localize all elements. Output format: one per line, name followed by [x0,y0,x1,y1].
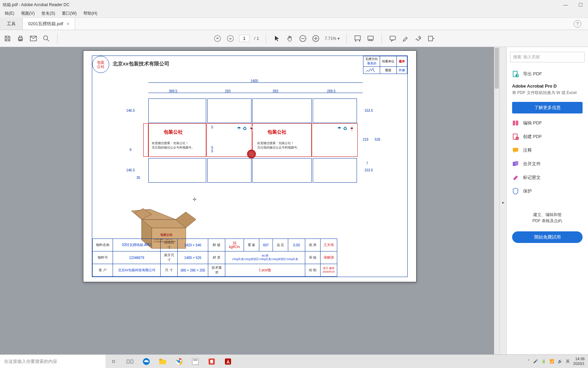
svg-rect-39 [127,360,129,363]
menu-sign[interactable]: 签名(S) [38,11,59,16]
page-input[interactable] [239,35,249,42]
menu-help[interactable]: 帮助(H) [80,11,101,16]
svg-point-45 [178,360,180,363]
handling-symbols-icon: ☂ ♻ 🍷 [237,126,254,131]
svg-rect-49 [210,360,213,363]
save-icon[interactable] [3,34,12,43]
sidebar-item-redact[interactable]: 标记密文 [507,171,588,184]
page-up-icon[interactable] [213,34,222,43]
comment-sidebar-icon [512,147,519,154]
comment-icon[interactable] [389,34,397,43]
chrome-icon[interactable] [171,355,187,368]
zoom-in-icon[interactable] [312,34,320,43]
acrobat-icon[interactable] [220,355,236,368]
select-tool-icon[interactable] [273,34,281,43]
app-icon[interactable] [187,355,203,368]
more-tools-icon[interactable] [427,34,436,43]
sidebar-item-combine[interactable]: 合并文件 [507,157,588,171]
sidebar: 搜索 '插入页面' 导出 PDF Adobe Acrobat Pro D 将 P… [506,47,588,358]
window-title: 纸箱.pdf - Adobe Acrobat Reader DC [3,2,69,8]
menu-bar: 辑(E) 视图(V) 签名(S) 窗口(W) 帮助(H) [0,10,588,18]
tab-tools[interactable]: 工具 [0,18,23,30]
sidebar-pro-title: Adobe Acrobat Pro D [507,81,588,90]
help-icon[interactable]: ? [574,20,581,28]
tab-close-icon[interactable]: × [67,21,69,27]
svg-rect-18 [390,36,395,40]
sidebar-item-comment[interactable]: 注释 [507,143,588,157]
sidebar-item-export[interactable]: 导出 PDF [507,67,588,81]
tab-file[interactable]: 0201瓦楞纸箱.pdf × [23,18,75,30]
cortana-icon[interactable]: ○ [105,355,122,368]
page-total: / 1 [254,36,259,41]
document-area[interactable]: 包装公社 北京xx包装技术有限公司 瓦楞方向垂直的绘图单位毫米 图面外侧 140… [0,47,500,358]
email-icon[interactable] [29,34,37,43]
sidebar-promo-text: 建立、编辑和签 PDF 表格及合約 [507,198,588,229]
scrollbar-vertical[interactable] [494,47,500,358]
tray-wifi-icon[interactable]: 📶 [550,359,554,364]
menu-edit[interactable]: 辑(E) [1,11,18,16]
taskbar-clock[interactable]: 14:36 2020/1 [573,357,585,366]
svg-rect-50 [225,358,231,365]
company-name: 北京xx包装技术有限公司 [113,61,169,67]
combine-icon [512,160,519,167]
tray-ime[interactable]: 英 [566,359,570,364]
search-icon[interactable] [42,34,50,43]
explorer-icon[interactable] [154,355,171,368]
sidebar-item-create[interactable]: + 创建 PDF [507,130,588,143]
spec-table: 物料名称 0201瓦楞纸箱.ARD 用纸尺寸 1420 × 546 耐 破 16… [92,239,337,277]
sidebar-pro-sub: 将 PDF 文件联机转换为 W 或 Excel [507,90,588,99]
stamp-icon [247,150,256,158]
tab-file-label: 0201瓦楞纸箱.pdf [28,21,63,27]
sidebar-search-input[interactable]: 搜索 '插入页面' [510,52,585,62]
tray-battery-icon[interactable]: 🔋 [541,359,546,364]
protect-icon [512,188,519,195]
minimize-button[interactable]: — [558,0,573,10]
tray-volume-icon[interactable]: 🔊 [558,359,562,364]
edit-pdf-icon [512,120,519,126]
menu-window[interactable]: 窗口(W) [59,11,80,16]
crosshair-icon: ✛ [193,197,197,202]
logo: 包装公社 [92,56,109,73]
maximize-button[interactable]: ☐ [573,0,588,10]
zoom-out-icon[interactable] [299,34,307,43]
menu-view[interactable]: 视图(V) [18,11,38,16]
svg-rect-31 [513,121,515,125]
svg-rect-47 [193,359,197,361]
svg-rect-36 [513,148,518,152]
pdf-page: 包装公社 北京xx包装技术有限公司 瓦楞方向垂直的绘图单位毫米 图面外侧 140… [83,50,416,282]
app2-icon[interactable] [203,355,220,368]
system-tray[interactable]: ˄ 🎤 🔋 📶 🔊 英 14:36 2020/1 [524,357,588,366]
svg-rect-19 [428,36,432,41]
svg-rect-40 [131,360,133,363]
sidebar-collapse-handle[interactable]: ▸ [500,47,506,358]
toolbar: / 1 7.71%▾ [0,30,588,47]
highlight-icon[interactable] [402,34,410,43]
svg-rect-32 [516,121,518,125]
sign-icon[interactable] [414,34,423,43]
fit-width-icon[interactable] [354,34,362,43]
task-view-icon[interactable] [122,355,138,368]
redact-icon [512,174,519,181]
svg-rect-13 [355,36,360,40]
edge-icon[interactable] [138,355,154,368]
learn-more-button[interactable]: 了解更多信息 [512,102,583,113]
try-free-button[interactable]: 開始免費試用 [512,231,583,243]
svg-rect-38 [515,161,518,165]
sidebar-item-edit[interactable]: 编辑 PDF [507,116,588,130]
hand-tool-icon[interactable] [286,34,294,43]
svg-rect-43 [159,359,162,361]
print-icon[interactable] [16,34,24,43]
dieline-drawing: 1400 389.5 293 393 289.5 [116,80,381,206]
svg-rect-14 [368,36,373,40]
svg-point-4 [44,36,48,40]
fit-page-icon[interactable] [366,34,375,43]
tab-bar: 工具 0201瓦楞纸箱.pdf × ? [0,18,588,30]
tray-mic-icon[interactable]: 🎤 [533,359,538,364]
taskbar-search-input[interactable]: 在这里输入你要搜索的内容 [0,355,105,368]
zoom-select[interactable]: 7.71%▾ [325,36,340,41]
page-down-icon[interactable] [226,34,234,43]
tray-chevron-icon[interactable]: ˄ [528,359,530,364]
sidebar-item-protect[interactable]: 保护 [507,184,588,198]
window-titlebar: 纸箱.pdf - Adobe Acrobat Reader DC — ☐ [0,0,588,10]
info-grid: 瓦楞方向垂直的绘图单位毫米 图面外侧 [363,56,407,74]
